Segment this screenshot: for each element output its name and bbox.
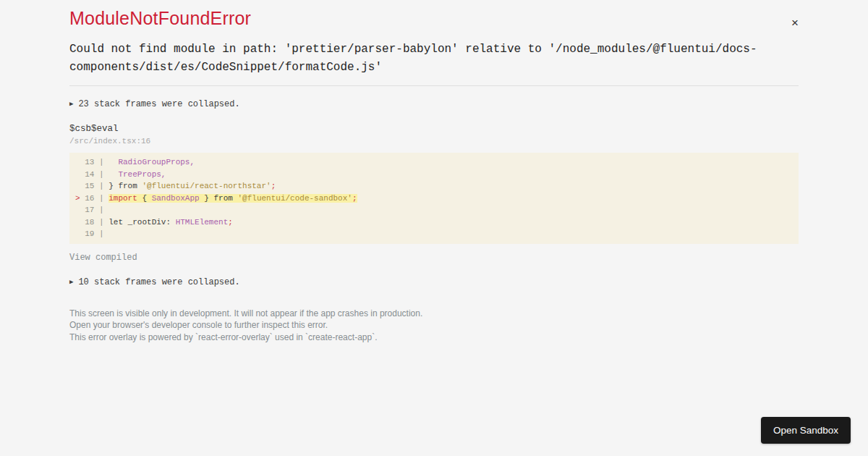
code-line: 18 | let _rootDiv: HTMLElement; [75,216,793,229]
code-line-number: 19 | [80,229,109,238]
code-line-marker: > [75,194,80,203]
footer-notes: This screen is visible only in developme… [69,308,799,344]
footer-line: This screen is visible only in developme… [69,308,799,320]
code-line-number: 17 | [80,206,109,214]
code-line-number: 16 | [80,194,109,203]
footer-line: This error overlay is powered by `react-… [69,332,799,344]
collapse-arrow-icon: ▶ [69,100,73,108]
frame-location: /src/index.tsx:16 [69,137,799,145]
view-compiled-link[interactable]: View compiled [69,253,137,263]
code-line-marker [75,229,80,238]
stack-collapse-top[interactable]: ▶23 stack frames were collapsed. [69,99,240,109]
code-line-number: 15 | [80,182,109,190]
divider [69,85,799,86]
code-line: 17 | [75,204,793,216]
code-line: 19 | [75,228,793,240]
open-sandbox-button[interactable]: Open Sandbox [761,417,851,444]
code-line: > 16 | import { SandboxApp } from '@flue… [75,193,793,205]
error-title: ModuleNotFoundError [69,7,251,29]
code-line: 15 | } from '@fluentui/react-northstar'; [75,180,793,193]
stack-collapse-bottom-label: 10 stack frames were collapsed. [78,277,239,287]
code-frame: 13 | RadioGroupProps, 14 | TreeProps, 15… [69,153,799,244]
code-line-text: TreeProps, [109,170,166,179]
code-line-marker [75,218,80,227]
stack-collapse-top-label: 23 stack frames were collapsed. [78,99,239,109]
header: ModuleNotFoundError × [69,7,799,32]
close-button[interactable]: × [788,14,801,32]
code-line-text: } from '@fluentui/react-northstar'; [109,182,276,190]
code-line-marker [75,158,80,166]
error-overlay: ModuleNotFoundError × Could not find mod… [0,0,868,456]
code-line-number: 13 | [80,158,109,166]
code-line-text: RadioGroupProps, [109,158,195,166]
code-line-marker [75,170,80,179]
code-line-text: let _rootDiv: HTMLElement; [109,218,233,227]
stack-collapse-bottom[interactable]: ▶10 stack frames were collapsed. [69,277,240,287]
code-line-marker [75,206,80,214]
collapse-arrow-icon: ▶ [69,278,73,286]
frame-function: $csb$eval [69,124,799,134]
code-line: 13 | RadioGroupProps, [75,156,793,169]
footer-line: Open your browser's developer console to… [69,319,799,332]
close-icon: × [791,16,799,30]
code-line: 14 | TreeProps, [75,169,793,181]
error-message: Could not find module in path: 'prettier… [69,41,799,77]
code-line-number: 14 | [80,170,109,179]
code-line-number: 18 | [80,218,109,227]
code-line-text: import { SandboxApp } from '@fluentui/co… [109,194,357,203]
code-line-marker [75,182,80,190]
